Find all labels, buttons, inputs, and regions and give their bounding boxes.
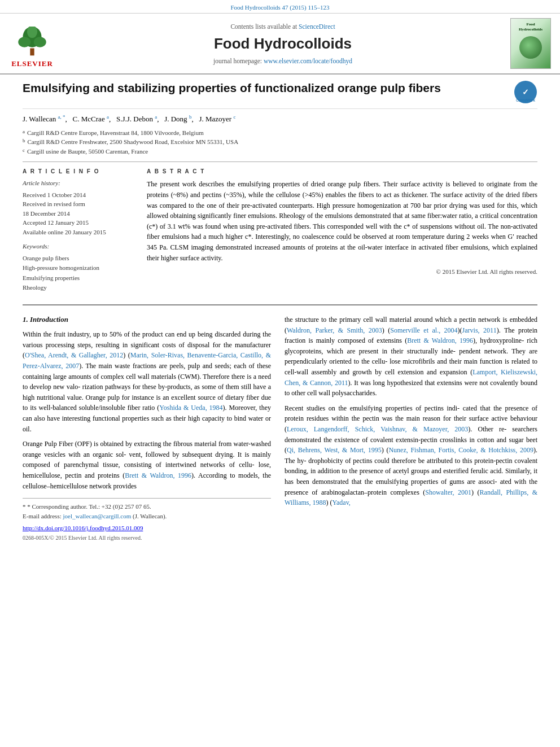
history-revised-label: Received in revised form — [23, 199, 135, 209]
footnote-corresponding: * * Corresponding author. Tel.: +32 (0)2… — [23, 502, 271, 512]
ref-yadav[interactable]: Yadav, — [333, 499, 351, 506]
page-wrapper: Food Hydrocolloids 47 (2015) 115–123 ELS… — [0, 0, 560, 553]
abstract-text: The present work describes the emulsifyi… — [147, 179, 537, 263]
article-info-label: A R T I C L E I N F O — [23, 168, 135, 176]
abstract-label: A B S T R A C T — [147, 168, 537, 176]
ref-nunez[interactable]: Nunez, Fishman, Fortis, Cooke, & Hotchki… — [388, 446, 533, 454]
footnote-section: * * Corresponding author. Tel.: +32 (0)2… — [23, 498, 271, 521]
banner-logo-right: FoodHydrocolloids — [508, 18, 553, 69]
crossmark-badge: ✓ CrossMark — [514, 80, 537, 104]
article-info-col: A R T I C L E I N F O Article history: R… — [23, 168, 135, 293]
ref-somerville[interactable]: Somerville et al., 2004 — [390, 326, 457, 334]
body-right-col: the structure to the primary cell wall m… — [285, 314, 537, 541]
sciencedirect-link[interactable]: ScienceDirect — [299, 23, 335, 30]
copyright-bottom: 0268-005X/© 2015 Elsevier Ltd. All right… — [23, 534, 271, 542]
abstract-copyright: © 2015 Elsevier Ltd. All rights reserved… — [147, 268, 537, 276]
ref-yoshida[interactable]: Yoshida & Ueda, 1984 — [159, 404, 222, 412]
svg-point-2 — [18, 37, 30, 47]
keyword-2: High-pressure homogenization — [23, 263, 135, 273]
homepage-link[interactable]: www.elsevier.com/locate/foodhyd — [264, 58, 352, 64]
affiliations: a Cargill R&D Centre Europe, Havenstraat… — [23, 128, 537, 156]
abstract-col: A B S T R A C T The present work describ… — [147, 168, 537, 293]
ref-brett2[interactable]: Brett & Waldron, 1996 — [407, 337, 473, 344]
banner-center: Contents lists available at ScienceDirec… — [63, 18, 502, 69]
elsevier-tree-icon — [12, 27, 52, 58]
sciencedirect-line: Contents lists available at ScienceDirec… — [230, 22, 335, 31]
authors-line: J. Wallecan a, *, C. McCrae a, S.J.J. De… — [23, 113, 537, 125]
history-online: Available online 20 January 2015 — [23, 228, 135, 237]
keywords-section: Keywords: Orange pulp fibers High-pressu… — [23, 242, 135, 293]
banner-area: ELSEVIER Contents lists available at Sci… — [0, 14, 560, 75]
cover-journal-title: FoodHydrocolloids — [519, 22, 542, 32]
elsevier-brand-text: ELSEVIER — [11, 59, 53, 69]
footnote-star: * — [23, 503, 27, 510]
homepage-line: journal homepage: www.elsevier.com/locat… — [213, 56, 352, 65]
ref-brett[interactable]: Brett & Waldron, 1996 — [125, 471, 191, 479]
journal-citation: Food Hydrocolloids 47 (2015) 115–123 — [231, 4, 330, 11]
ref-jarvis[interactable]: Jarvis, 2011 — [462, 326, 497, 334]
svg-rect-0 — [30, 49, 34, 56]
two-col-section: A R T I C L E I N F O Article history: R… — [23, 168, 537, 293]
ref-waldron[interactable]: Waldron, Parker, & Smith, 2003 — [287, 326, 382, 334]
journal-cover-image: FoodHydrocolloids — [510, 18, 551, 69]
ref-showalter[interactable]: Showalter, 2001 — [425, 488, 471, 496]
affiliation-c: c Cargill usine de Baupte, 50500 Carenta… — [23, 147, 537, 156]
history-received: Received 1 October 2014 — [23, 190, 135, 200]
email-link[interactable]: joel_wallecan@cargill.com — [63, 513, 131, 519]
svg-text:CrossMark: CrossMark — [516, 98, 535, 102]
intro-para-1: Within the fruit industry, up to 50% of … — [23, 329, 271, 434]
intro-para-2: Orange Pulp Fiber (OPF) is obtained by e… — [23, 439, 271, 491]
section-divider-1 — [23, 161, 537, 162]
keywords-title: Keywords: — [23, 242, 135, 251]
keyword-1: Orange pulp fibers — [23, 254, 135, 264]
article-history-title: Article history: — [23, 179, 135, 187]
body-left-col: 1. Introduction Within the fruit industr… — [23, 314, 271, 541]
journal-citation-bar: Food Hydrocolloids 47 (2015) 115–123 — [0, 0, 560, 14]
affiliation-b: b Cargill R&D Centre Freshwater, 2500 Sh… — [23, 137, 537, 147]
right-para-1: the structure to the primary cell wall m… — [285, 314, 537, 399]
affiliation-a: a Cargill R&D Centre Europe, Havenstraat… — [23, 128, 537, 138]
intro-heading: 1. Introduction — [23, 314, 271, 325]
svg-point-3 — [34, 37, 46, 47]
ref-oshea[interactable]: O'Shea, Arendt, & Gallagher, 2012 — [25, 351, 123, 359]
history-accepted: Accepted 12 January 2015 — [23, 218, 135, 228]
ref-leroux[interactable]: Leroux, Langendorff, Schick, Vaishnav, &… — [287, 425, 468, 433]
cover-circle-decoration — [519, 36, 542, 59]
article-title-section: Emulsifying and stabilizing properties o… — [23, 80, 537, 109]
ref-lamport[interactable]: Lamport, Kieliszewski, Chen, & Cannon, 2… — [285, 368, 537, 387]
svg-text:✓: ✓ — [522, 88, 529, 97]
history-revised-date: 18 December 2014 — [23, 209, 135, 219]
doi-line: http://dx.doi.org/10.1016/j.foodhyd.2015… — [23, 524, 271, 532]
body-content: 1. Introduction Within the fruit industr… — [23, 304, 537, 541]
ref-randall[interactable]: Randall, Phillips, & Williams, 1988 — [285, 488, 537, 507]
ref-qi[interactable]: Qi, Behrens, West, & Mort, 1995 — [287, 446, 382, 454]
article-title: Emulsifying and stabilizing properties o… — [23, 80, 505, 95]
elsevier-logo: ELSEVIER — [7, 18, 58, 69]
footnote-email: E-mail address: joel_wallecan@cargill.co… — [23, 512, 271, 521]
doi-link[interactable]: http://dx.doi.org/10.1016/j.foodhyd.2015… — [23, 525, 143, 531]
journal-title-banner: Food Hydrocolloids — [214, 33, 352, 54]
main-content: Emulsifying and stabilizing properties o… — [0, 75, 560, 553]
right-para-2: Recent studies on the emulsifying proper… — [285, 403, 537, 508]
keyword-3: Emulsifying properties — [23, 273, 135, 283]
keyword-4: Rheology — [23, 283, 135, 293]
